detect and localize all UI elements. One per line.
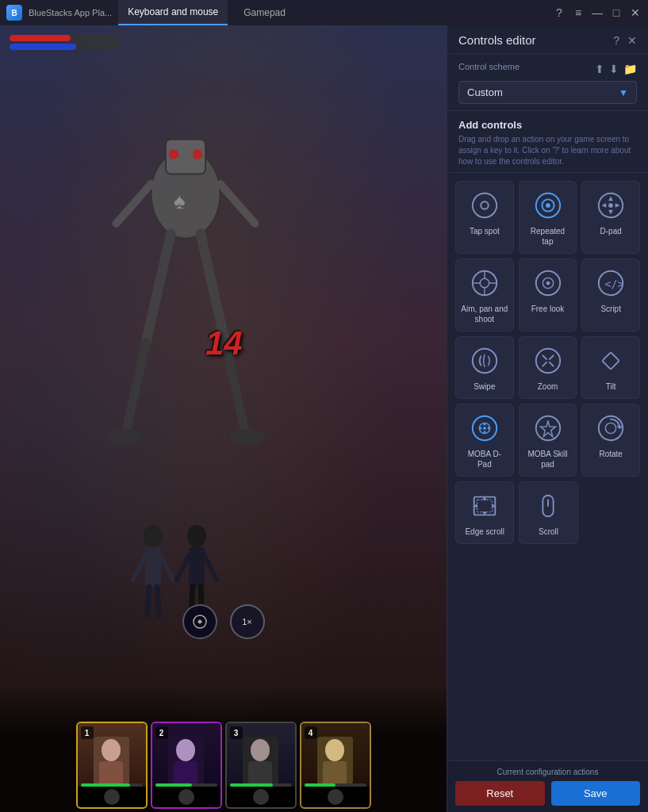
panel-title: Controls editor	[458, 33, 536, 47]
svg-point-19	[187, 525, 206, 547]
svg-line-18	[157, 587, 159, 615]
control-aim-pan-shoot[interactable]: Aim, pan and shoot	[455, 259, 514, 331]
control-free-look[interactable]: Free look	[519, 259, 577, 331]
scheme-action-icons: ⬆ ⬇ 📁	[595, 63, 637, 75]
control-moba-dpad[interactable]: MOBA D-Pad	[455, 404, 514, 477]
health-bar-red	[10, 35, 121, 41]
scheme-folder-icon[interactable]: 📁	[623, 63, 637, 75]
panel-bottom: Current configuration actions Reset Save	[447, 760, 648, 812]
svg-point-46	[480, 278, 489, 287]
svg-line-4	[117, 184, 151, 224]
script-icon: </>	[595, 267, 627, 299]
minimize-icon[interactable]: —	[591, 6, 604, 19]
char-hp-fill-3	[230, 783, 274, 787]
skill-button-left[interactable]	[182, 604, 217, 639]
free-look-icon	[532, 267, 564, 299]
help-icon[interactable]: ?	[553, 6, 566, 19]
char-num-3: 3	[230, 726, 243, 739]
app-logo: B	[6, 5, 22, 21]
char-skill-icon-2	[178, 789, 194, 805]
controls-panel: Controls editor ? ✕ Control scheme ⬆ ⬇ 📁…	[447, 25, 648, 812]
char-hp-fill-4	[305, 783, 336, 787]
control-scroll[interactable]: Scroll	[519, 481, 577, 544]
scheme-upload-icon[interactable]: ⬆	[595, 63, 604, 75]
scheme-label: Control scheme	[458, 62, 520, 71]
tab-keyboard-mouse[interactable]: Keyboard and mouse	[118, 0, 228, 25]
scroll-label: Scroll	[539, 527, 558, 537]
char-card-3[interactable]: 3	[225, 722, 297, 809]
scheme-section: Control scheme ⬆ ⬇ 📁 Custom ▼	[447, 54, 648, 111]
edge-scroll-label: Edge scroll	[465, 527, 504, 537]
char-card-4[interactable]: 4	[300, 722, 371, 809]
svg-rect-28	[99, 761, 123, 785]
moba-dpad-label: MOBA D-Pad	[461, 449, 508, 469]
control-dpad[interactable]: D-pad	[581, 181, 640, 254]
add-controls-description: Drag and drop an action on your game scr…	[458, 134, 637, 167]
controls-row-1: Tap spot Repeated tap	[455, 181, 640, 254]
zoom-label: Zoom	[538, 381, 558, 392]
svg-point-44	[608, 203, 613, 208]
app-name: BlueStacks App Pla...	[29, 8, 112, 17]
char-hp-fill-2	[155, 783, 193, 787]
panel-header-icons: ? ✕	[613, 34, 637, 47]
controls-row-2: Aim, pan and shoot Free look	[455, 259, 640, 331]
scheme-download-icon[interactable]: ⬇	[609, 63, 619, 75]
control-repeated-tap[interactable]: Repeated tap	[519, 181, 577, 254]
control-moba-skill[interactable]: MOBA Skill pad	[519, 404, 577, 477]
control-rotate[interactable]: Rotate	[581, 404, 640, 477]
rotate-label: Rotate	[599, 449, 622, 459]
svg-point-11	[229, 428, 265, 444]
tab-gamepad[interactable]: Gamepad	[234, 0, 295, 25]
char-hp-bar-2	[155, 783, 217, 787]
damage-number: 14	[205, 324, 243, 362]
moba-skill-label: MOBA Skill pad	[524, 449, 572, 469]
rotate-icon	[595, 412, 627, 444]
moba-skill-icon	[532, 412, 564, 444]
reset-button[interactable]: Reset	[455, 781, 545, 806]
action-buttons: Reset Save	[455, 781, 640, 806]
svg-line-17	[148, 587, 149, 615]
mech-figure: ♠	[67, 65, 305, 462]
svg-rect-37	[323, 761, 347, 785]
control-tap-spot[interactable]: Tap spot	[455, 181, 514, 254]
window-controls: ? ≡ — □ ✕	[553, 6, 642, 19]
maximize-icon[interactable]: □	[610, 6, 623, 19]
svg-point-33	[251, 739, 270, 761]
svg-point-61	[483, 427, 486, 430]
panel-close-icon[interactable]: ✕	[627, 34, 637, 47]
svg-rect-14	[145, 547, 161, 587]
svg-rect-58	[602, 352, 619, 369]
svg-point-38	[473, 193, 497, 217]
zoom-icon	[532, 345, 564, 377]
svg-point-36	[325, 739, 344, 761]
menu-icon[interactable]: ≡	[572, 6, 585, 19]
control-empty	[583, 481, 640, 544]
svg-point-2	[169, 149, 179, 159]
panel-help-icon[interactable]: ?	[613, 34, 619, 47]
moba-dpad-icon	[469, 412, 500, 444]
control-zoom[interactable]: Zoom	[519, 336, 577, 399]
char-card-2-bottom	[152, 787, 220, 807]
svg-line-15	[133, 556, 145, 580]
svg-rect-66	[477, 500, 493, 511]
control-edge-scroll[interactable]: Edge scroll	[455, 481, 514, 544]
tap-spot-icon	[469, 190, 500, 221]
char-hp-bar-1	[81, 783, 143, 787]
control-script[interactable]: </> Script	[581, 259, 640, 331]
char-card-2[interactable]: 2	[151, 722, 222, 809]
swipe-icon	[469, 345, 500, 377]
control-swipe[interactable]: Swipe	[455, 336, 514, 399]
scheme-dropdown[interactable]: Custom ▼	[458, 81, 637, 104]
char-card-3-bottom	[227, 787, 295, 807]
svg-point-39	[481, 201, 489, 209]
svg-line-22	[205, 556, 217, 580]
char-skill-icon-4	[328, 789, 343, 805]
char-card-1[interactable]: 1	[76, 722, 148, 809]
controls-row-3: Swipe Zoom	[455, 336, 640, 399]
svg-line-5	[220, 184, 255, 224]
svg-rect-20	[189, 547, 205, 587]
save-button[interactable]: Save	[551, 781, 641, 806]
close-icon[interactable]: ✕	[629, 6, 642, 19]
skill-button-right[interactable]: 1×	[230, 604, 265, 639]
control-tilt[interactable]: Tilt	[581, 336, 640, 399]
